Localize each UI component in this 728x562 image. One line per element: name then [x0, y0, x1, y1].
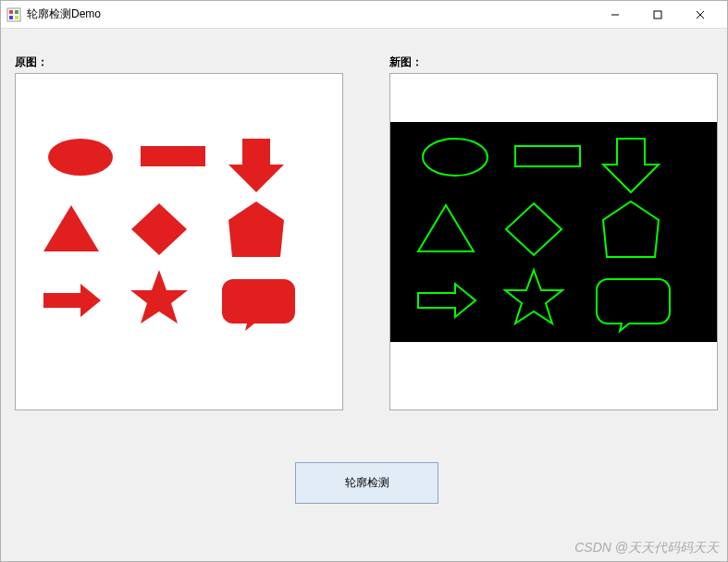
shape-pentagon — [603, 202, 659, 257]
shape-right-arrow — [43, 284, 101, 317]
label-new: 新图： — [389, 55, 423, 70]
svg-rect-1 — [9, 10, 13, 14]
shape-down-arrow — [228, 139, 284, 192]
shape-diamond — [131, 203, 187, 255]
shape-pentagon — [228, 202, 284, 257]
shape-diamond — [506, 203, 561, 255]
app-window: 轮廓检测Demo 原图： 新图： — [0, 0, 728, 562]
shape-ellipse — [423, 139, 487, 176]
client-area: 原图： 新图： — [1, 29, 727, 561]
shape-speech-bubble — [597, 279, 670, 331]
shape-star — [130, 270, 188, 324]
minimize-button[interactable] — [594, 1, 636, 29]
shape-right-arrow — [418, 284, 475, 317]
label-original: 原图： — [15, 55, 48, 70]
app-icon — [6, 7, 21, 22]
original-image — [16, 122, 342, 342]
svg-rect-4 — [15, 16, 19, 19]
shape-star — [505, 270, 562, 324]
maximize-button[interactable] — [636, 1, 679, 29]
svg-rect-6 — [654, 11, 661, 18]
detect-button[interactable]: 轮廓检测 — [295, 462, 438, 504]
window-controls — [594, 1, 722, 29]
new-image-panel — [389, 73, 718, 410]
original-image-panel — [15, 73, 343, 410]
shape-rectangle — [515, 146, 580, 166]
svg-rect-2 — [15, 10, 19, 14]
svg-rect-3 — [9, 16, 13, 19]
shape-speech-bubble — [222, 279, 295, 331]
shape-triangle — [418, 205, 474, 251]
shape-triangle — [43, 205, 99, 251]
close-button[interactable] — [679, 1, 722, 29]
shape-ellipse — [48, 139, 113, 176]
window-title: 轮廓检测Demo — [27, 6, 594, 22]
shape-down-arrow — [603, 139, 659, 192]
new-image — [390, 122, 717, 342]
shape-rectangle — [141, 146, 205, 166]
titlebar: 轮廓检测Demo — [1, 1, 727, 29]
